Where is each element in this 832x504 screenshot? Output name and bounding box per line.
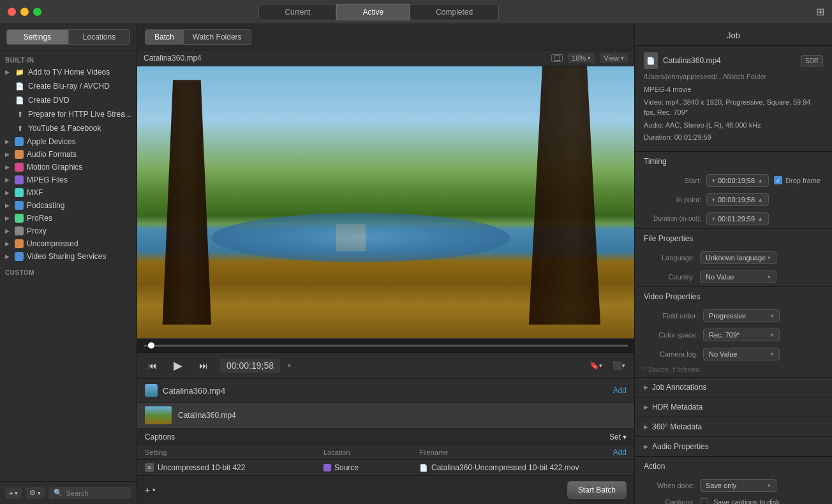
timecode-display[interactable]: 00:00:19;58 [220,359,280,373]
save-captions-checkbox[interactable] [700,498,708,505]
sidebar-item-podcasting[interactable]: ▶ Podcasting [0,199,137,212]
play-button[interactable]: ▶ [169,357,187,374]
sidebar-item-mxf[interactable]: ▶ MXF [0,186,137,199]
search-icon: 🔍 [54,489,63,497]
country-select[interactable]: No Value ▾ [700,271,776,283]
in-point-timecode[interactable]: ▾ 00:00:19;58 ▲ [706,193,769,206]
view-options-button[interactable]: ⬛▾ [610,357,628,374]
location-folder-icon [323,464,331,471]
file-name: Catalina360.mp4 [663,56,721,65]
chevron-down-icon: ▾ [599,362,602,369]
in-point-label: In point: [644,196,701,204]
layout-icon[interactable]: ⊞ [816,6,824,18]
job-row-filename: Catalina360.mp4 [178,411,236,420]
chevron-right-icon: ▶ [644,384,648,390]
scrubber-bar[interactable] [137,338,634,352]
video-filename: Catalina360.mp4 [144,54,202,63]
chevron-down-icon: ▾ [622,362,625,369]
save-captions-label: Save captions to disk [713,498,780,504]
sidebar-item-dvd[interactable]: 📄 Create DVD [0,93,137,107]
mpeg-icon [15,175,24,184]
video-preview [137,66,634,338]
search-bar[interactable]: 🔍 Search [48,487,131,499]
sidebar-item-audio[interactable]: ▶ Audio Formats [0,148,137,161]
drop-frame-checkbox[interactable]: ✓ [774,176,782,184]
timing-inpoint-row: In point: ▾ 00:00:19;58 ▲ [635,190,832,209]
sidebar-item-video-sharing[interactable]: ▶ Video Sharing Services [0,250,137,263]
language-row: Language: Unknown language ▾ [635,248,832,267]
sidebar-tab-locations[interactable]: Locations [68,29,130,45]
chevron-down-icon: ▾ [712,196,715,203]
file-audio-detail: Audio: AAC, Stereo (L R), 48.000 kHz [644,120,823,131]
start-batch-button[interactable]: Start Batch [567,481,627,499]
camera-log-select[interactable]: No Value ▾ [703,348,780,360]
when-done-select[interactable]: Save only ▾ [700,479,776,492]
view-button[interactable]: View ▾ [600,53,628,63]
tab-active[interactable]: Active [336,4,410,20]
sidebar-item-uncompressed[interactable]: ▶ Uncompressed [0,237,137,250]
metadata-360-section: ▶ 360° Metadata [635,417,832,437]
drop-frame-check: ✓ Drop frame [774,176,821,184]
language-select[interactable]: Unknown language ▾ [700,251,776,264]
minimize-button[interactable] [20,8,29,16]
sidebar-item-bluray[interactable]: 📄 Create Blu-ray / AVCHD [0,79,137,93]
sidebar-item-proxy[interactable]: ▶ Proxy [0,225,137,237]
chevron-right-icon: ▶ [5,177,11,183]
captions-checkbox-row: Captions: Save captions to disk [635,495,832,505]
settings-button[interactable]: ⚙ ▾ [26,487,45,499]
start-timecode[interactable]: ▾ 00:00:19;58 ▲ [706,174,769,187]
caption-location-label: Source [334,463,359,472]
marker-button[interactable]: 🔖▾ [587,357,605,374]
uncompressed-icon [15,239,24,248]
chevron-down-icon: ▾ [623,433,627,441]
captions-label: Captions [145,433,175,441]
chevron-right-icon: ▶ [5,189,11,196]
zoom-control[interactable]: 18% ▾ [568,53,595,63]
chevron-right-icon: ▶ [5,228,11,234]
go-to-start-button[interactable]: ⏮ [144,357,161,374]
sidebar-content: BUILT-IN ▶ 📁 Add to TV Home Videos 📄 Cre… [0,50,137,481]
zoom-value: 18% [572,54,586,62]
close-button[interactable] [8,8,16,16]
duration-timecode[interactable]: ▾ 00:01:29;59 ▲ [706,212,769,225]
add-job-footer-button[interactable]: + ▾ [145,485,156,495]
job-row[interactable]: Catalina360.mp4 [137,403,634,429]
sidebar-item-label: Proxy [27,226,47,235]
go-to-end-button[interactable]: ⏭ [195,357,212,374]
sidebar-item-apple[interactable]: ▶ Apple Devices [0,135,137,148]
sidebar-item-prores[interactable]: ▶ ProRes [0,212,137,225]
drop-frame-label: Drop frame [785,177,821,184]
chevron-down-icon: ▾ [588,55,591,61]
chevron-right-icon: ▶ [5,164,11,170]
captions-area: Captions Set ▾ Setting Location Filename… [137,429,634,475]
captions-row[interactable]: ≡ Uncompressed 10-bit 422 Source 📄 Catal… [137,460,634,475]
metadata-360-header[interactable]: ▶ 360° Metadata [635,417,832,436]
motion-icon [15,163,24,172]
maximize-button[interactable] [33,8,41,16]
sidebar-item-http[interactable]: ⬆ Prepare for HTTP Live Strea... [0,107,137,121]
hdr-metadata-header[interactable]: ▶ HDR Metadata [635,397,832,417]
water [212,213,510,262]
panel-title: Job [635,24,832,46]
add-job-button[interactable]: + ▾ [5,487,22,499]
sidebar-item-builtin-expand[interactable]: ▶ 📁 Add to TV Home Videos [0,65,137,79]
job-add-button[interactable]: Add [613,386,627,395]
job-annotations-section: ▶ Job Annotations [635,378,832,397]
file-info-block: 📄 Catalina360.mp4 SDR /Users/johnyapples… [635,46,832,152]
sidebar-item-youtube[interactable]: ⬆ YouTube & Facebook [0,121,137,135]
batch-tab-batch[interactable]: Batch [145,29,184,45]
audio-properties-header[interactable]: ▶ Audio Properties [635,437,832,456]
sidebar-item-motion[interactable]: ▶ Motion Graphics [0,161,137,174]
set-button[interactable]: Set ▾ [609,433,627,441]
chevron-down-icon: ▾ [38,490,41,496]
captions-add-button[interactable]: Add [613,448,627,457]
color-space-select[interactable]: Rec. 709* ▾ [703,329,780,341]
job-annotations-header[interactable]: ▶ Job Annotations [635,378,832,397]
chevron-right-icon: ▶ [644,424,648,430]
sidebar-item-mpeg[interactable]: ▶ MPEG Files [0,174,137,186]
batch-tab-watch-folders[interactable]: Watch Folders [184,29,251,45]
field-order-select[interactable]: Progressive ▾ [703,309,780,322]
sidebar-tab-settings[interactable]: Settings [6,29,68,45]
tab-current[interactable]: Current [258,4,336,20]
tab-completed[interactable]: Completed [410,4,499,20]
